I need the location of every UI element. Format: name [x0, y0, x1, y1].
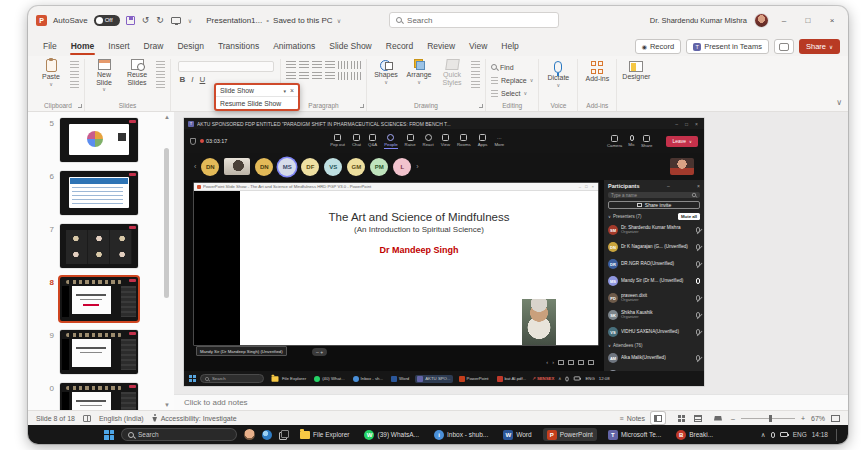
- drawing-dialog-launcher[interactable]: [479, 104, 483, 108]
- captured-app-inbox[interactable]: Inbox - sh...: [351, 375, 385, 383]
- captured-search-input[interactable]: Search: [200, 374, 264, 383]
- slide-sorter-view-button[interactable]: [671, 412, 685, 424]
- tab-design[interactable]: Design: [170, 41, 210, 56]
- taskbar-app-teams[interactable]: TMicrosoft Te...: [604, 428, 665, 441]
- resume-slide-show-item[interactable]: Resume Slide Show: [216, 97, 298, 109]
- paragraph-dialog-launcher[interactable]: [360, 104, 364, 108]
- reset-icon[interactable]: [156, 71, 165, 79]
- slide-9-thumbnail[interactable]: [60, 330, 138, 374]
- strip-avatar[interactable]: VS: [324, 158, 342, 176]
- participant-row[interactable]: DN Dr K Nagarajan (G... (Unverified): [608, 240, 700, 254]
- strip-avatar[interactable]: L: [393, 158, 411, 176]
- tab-slide-show[interactable]: Slide Show: [322, 41, 379, 56]
- nav-tool-icon[interactable]: [578, 360, 584, 365]
- strip-avatar[interactable]: DF: [301, 158, 319, 176]
- popout-button[interactable]: Pop out: [330, 134, 345, 149]
- numbering-icon[interactable]: [299, 61, 309, 69]
- people-button[interactable]: People: [384, 134, 397, 149]
- show-desktop-button[interactable]: [836, 429, 838, 441]
- teams-close-icon[interactable]: ×: [693, 121, 700, 127]
- strip-avatar[interactable]: GM: [347, 158, 365, 176]
- shape-fill-icon[interactable]: [471, 61, 480, 69]
- mic-muted-icon[interactable]: [696, 227, 700, 233]
- line-spacing-icon[interactable]: [338, 61, 348, 69]
- select-button[interactable]: Select∨: [491, 87, 533, 99]
- language-indicator[interactable]: English (India): [99, 415, 144, 422]
- tab-draw[interactable]: Draw: [137, 41, 171, 56]
- tab-animations[interactable]: Animations: [266, 41, 322, 56]
- save-status[interactable]: Saved to this PC: [273, 16, 333, 25]
- share-button[interactable]: Share∨: [799, 39, 840, 54]
- rooms-button[interactable]: Rooms: [457, 134, 471, 149]
- inner-minimize-icon[interactable]: –: [578, 184, 582, 189]
- thumbs-scroll-up-icon[interactable]: ▲: [164, 114, 170, 120]
- addins-button[interactable]: Add-ins: [583, 59, 611, 83]
- tray-mic-icon[interactable]: [771, 432, 775, 438]
- participant-row[interactable]: SM Dr. Shardendu Kumar MishraOrganizer: [608, 223, 700, 237]
- notes-pane[interactable]: Click to add notes: [174, 394, 848, 410]
- tab-insert[interactable]: Insert: [101, 41, 136, 56]
- proofing-icon[interactable]: [83, 415, 91, 422]
- panel-close-icon[interactable]: ×: [693, 183, 700, 189]
- inner-restore-icon[interactable]: □: [584, 184, 589, 189]
- captured-app-pdf[interactable]: bat AI.pdf...: [495, 375, 529, 383]
- sensex-ticker[interactable]: ↗SENSEX: [532, 376, 554, 381]
- stage-zoom-pill[interactable]: – +: [312, 348, 327, 356]
- presenters-header[interactable]: Presenters (7): [613, 214, 642, 219]
- self-video-tile[interactable]: [670, 158, 694, 175]
- mic-muted-icon[interactable]: [696, 295, 700, 301]
- tray-chevron-icon[interactable]: ∧: [761, 431, 766, 439]
- find-button[interactable]: Find: [491, 61, 533, 73]
- taskbar-app-file-explorer[interactable]: File Explorer: [296, 429, 353, 440]
- strip-video-tile[interactable]: [224, 158, 250, 175]
- tab-review[interactable]: Review: [420, 41, 462, 56]
- tab-help[interactable]: Help: [494, 41, 525, 56]
- font-name-box[interactable]: [178, 61, 274, 72]
- justify-icon[interactable]: [325, 72, 335, 80]
- restore-button[interactable]: □: [800, 16, 816, 25]
- dictate-button[interactable]: Dictate∨: [544, 59, 572, 88]
- start-slideshow-icon[interactable]: [171, 17, 181, 24]
- panel-minimize-icon[interactable]: –: [663, 183, 670, 189]
- slide-10-thumbnail[interactable]: [60, 383, 138, 410]
- attendees-caret-icon[interactable]: ∨: [608, 343, 611, 348]
- slide-indicator[interactable]: Slide 8 of 18: [36, 415, 75, 422]
- qna-button[interactable]: Q&A: [368, 134, 377, 149]
- customize-qat-button[interactable]: ∨: [188, 17, 192, 24]
- align-left-icon[interactable]: [286, 72, 296, 80]
- designer-button[interactable]: Designer: [622, 59, 650, 81]
- tab-transitions[interactable]: Transitions: [211, 41, 266, 56]
- thumbnail-item-7[interactable]: 7: [28, 224, 148, 268]
- participant-row[interactable]: MS Mandy Sir (Dr M... (Unverified): [608, 274, 700, 288]
- italic-button[interactable]: I: [191, 75, 193, 84]
- tray-language[interactable]: ENG: [793, 431, 807, 438]
- shapes-button[interactable]: Shapes∨: [372, 59, 400, 85]
- mic-active-icon[interactable]: [696, 278, 700, 284]
- strip-avatar[interactable]: DN: [255, 158, 273, 176]
- captured-app-powerpoint[interactable]: PowerPoint: [457, 375, 491, 383]
- collapse-ribbon-button[interactable]: ∨: [836, 98, 842, 107]
- indent-decrease-icon[interactable]: [312, 61, 322, 69]
- bold-button[interactable]: B: [180, 75, 186, 84]
- title-chevron-icon[interactable]: ∨: [337, 17, 341, 24]
- convert-smartart-icon[interactable]: [351, 72, 361, 80]
- thumbnail-item-8[interactable]: 8: [28, 277, 148, 321]
- taskbar-app-powerpoint[interactable]: PPowerPoint: [543, 428, 597, 441]
- more-button[interactable]: …More: [494, 134, 504, 149]
- start-button[interactable]: [104, 430, 114, 440]
- slideshow-view-button[interactable]: [711, 412, 725, 424]
- underline-button[interactable]: U: [200, 75, 206, 84]
- thumbnail-item-10[interactable]: 0: [28, 383, 148, 410]
- save-icon[interactable]: [126, 16, 135, 25]
- prev-slide-icon[interactable]: ‹: [546, 359, 548, 365]
- edge-browser-icon[interactable]: [262, 430, 272, 440]
- mic-muted-icon[interactable]: [696, 261, 700, 267]
- bullets-icon[interactable]: [286, 61, 296, 69]
- camera-button[interactable]: Camera: [607, 135, 622, 148]
- popup-caret-icon[interactable]: ▾: [284, 88, 287, 94]
- mic-muted-icon[interactable]: [696, 355, 700, 361]
- captured-tray-chevron-icon[interactable]: ∧: [558, 376, 561, 381]
- participant-row[interactable]: DR DR.NGR RAO(Unverified): [608, 257, 700, 271]
- zoom-level[interactable]: 67%: [811, 415, 825, 422]
- search-input[interactable]: Search: [389, 12, 559, 28]
